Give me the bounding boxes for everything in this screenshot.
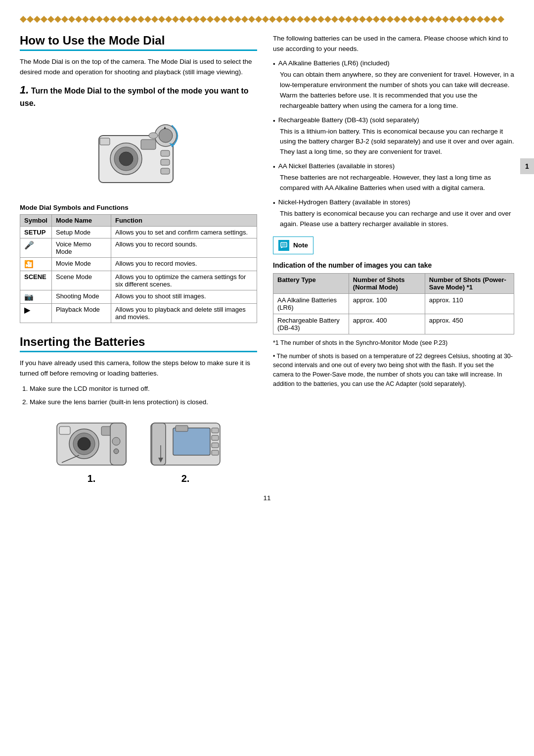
battery-header-text-2: Rechargeable Battery (DB-43) (sold separ…: [278, 116, 419, 124]
camera-photo-2: 2.: [146, 416, 225, 484]
table-symbol-cell: ▶: [20, 304, 52, 323]
svg-rect-34: [281, 242, 287, 247]
page-number: 11: [20, 494, 514, 502]
camera-photos-row: 1.: [20, 416, 257, 484]
camera-front-svg: [52, 416, 131, 470]
footnote-1: *1 The number of shots in the Synchro-Mo…: [273, 338, 514, 348]
battery-bullets: •AA Alkaline Batteries (LR6) (included)Y…: [273, 59, 514, 230]
indication-heading: Indication of the number of images you c…: [273, 261, 514, 269]
table-mode-cell: Playback Mode: [51, 304, 111, 323]
battery-header-4: •Nickel-Hydrogen Battery (available in s…: [273, 198, 514, 207]
shots-normal-cell: approx. 400: [349, 314, 425, 334]
battery-step-2: Make sure the lens barrier (built-in len…: [30, 397, 257, 408]
svg-rect-25: [173, 428, 210, 455]
footnote-2: • The number of shots is based on a temp…: [273, 352, 514, 389]
battery-steps-list: Make sure the LCD monitor is turned off.…: [30, 384, 257, 408]
camera-diagram: ▲: [20, 116, 257, 195]
svg-point-21: [112, 437, 120, 445]
table-symbol-cell: 📷: [20, 290, 52, 304]
table-header-function: Function: [111, 215, 257, 227]
side-tab: 1: [520, 158, 534, 174]
shots-normal-cell: approx. 100: [349, 293, 425, 314]
svg-point-17: [78, 437, 90, 450]
table-mode-cell: Scene Mode: [51, 271, 111, 290]
battery-body-3: These batteries are not rechargeable. Ho…: [280, 173, 514, 193]
svg-rect-9: [161, 168, 170, 174]
footnotes-area: *1 The number of shots in the Synchro-Mo…: [273, 338, 514, 389]
camera-label-1: 1.: [88, 473, 96, 484]
left-column: How to Use the Mode Dial The Mode Dial i…: [20, 34, 257, 484]
svg-rect-26: [176, 425, 188, 431]
mode-dial-intro: The Mode Dial is on the top of the camer…: [20, 57, 257, 78]
mode-dial-heading: How to Use the Mode Dial: [20, 34, 257, 51]
table-function-cell: Allows you to record sounds.: [111, 238, 257, 258]
table-mode-cell: Movie Mode: [51, 258, 111, 271]
batteries-intro: If you have already used this camera, fo…: [20, 358, 257, 379]
two-column-layout: How to Use the Mode Dial The Mode Dial i…: [20, 34, 514, 484]
battery-header-2: •Rechargeable Battery (DB-43) (sold sepa…: [273, 116, 514, 125]
table-mode-cell: Shooting Mode: [51, 290, 111, 304]
table-mode-cell: Setup Mode: [51, 227, 111, 238]
table-mode-cell: Voice Memo Mode: [51, 238, 111, 258]
camera-label-2: 2.: [181, 473, 190, 484]
battery-body-4: This battery is economical because you c…: [280, 209, 514, 230]
battery-type-cell: AA Alkaline Batteries (LR6): [273, 293, 349, 314]
table-function-cell: Allows you to record movies.: [111, 258, 257, 271]
table-function-cell: Allows you to optimize the camera settin…: [111, 271, 257, 290]
camera-photo-1: 1.: [52, 416, 131, 484]
svg-rect-28: [212, 435, 219, 440]
battery-body-2: This is a lithium-ion battery. This is e…: [280, 127, 514, 158]
battery-item-2: •Rechargeable Battery (DB-43) (sold sepa…: [273, 116, 514, 158]
battery-header-1: •AA Alkaline Batteries (LR6) (included): [273, 59, 514, 68]
mode-dial-table: Symbol Mode Name Function SETUPSetup Mod…: [20, 214, 257, 323]
svg-point-12: [149, 133, 158, 139]
page-container: 1 How to Use the Mode Dial The Mode Dial…: [0, 0, 534, 756]
svg-rect-31: [152, 423, 166, 465]
svg-rect-11: [100, 138, 110, 145]
table-function-cell: Allows you to playback and delete still …: [111, 304, 257, 323]
note-box: Note: [273, 236, 313, 254]
battery-header-text-1: AA Alkaline Batteries (LR6) (included): [278, 59, 390, 67]
camera-top-view-svg: ▲: [89, 121, 188, 190]
batteries-heading: Inserting the Batteries: [20, 335, 257, 352]
battery-header-3: •AA Nickel Batteries (available in store…: [273, 162, 514, 171]
table-header-mode: Mode Name: [51, 215, 111, 227]
svg-rect-7: [161, 150, 170, 156]
battery-header-text-4: Nickel-Hydrogen Battery (available in st…: [278, 198, 410, 206]
svg-point-22: [114, 449, 119, 454]
shots-power-cell: approx. 450: [425, 314, 514, 334]
svg-point-3: [119, 152, 133, 166]
battery-step-1: Make sure the LCD monitor is turned off.: [30, 384, 257, 394]
table-function-cell: Allows you to set and confirm camera set…: [111, 227, 257, 238]
table-function-cell: Allows you to shoot still images.: [111, 290, 257, 304]
svg-rect-10: [141, 140, 156, 149]
battery-item-3: •AA Nickel Batteries (available in store…: [273, 162, 514, 193]
svg-text:▲: ▲: [163, 126, 167, 129]
step1-heading: 1. Turn the Mode Dial to the symbol of t…: [20, 83, 257, 109]
right-column: The following batteries can be used in t…: [273, 34, 514, 484]
svg-rect-30: [212, 450, 219, 455]
battery-item-4: •Nickel-Hydrogen Battery (available in s…: [273, 198, 514, 230]
shots-power-cell: approx. 110: [425, 293, 514, 314]
battery-type-header: Battery Type: [273, 273, 349, 293]
step-number: 1.: [20, 84, 29, 96]
svg-rect-27: [212, 428, 219, 433]
note-icon: [278, 240, 289, 251]
svg-point-5: [159, 129, 173, 142]
table-symbol-cell: 🎤: [20, 238, 52, 258]
table-symbol-cell: SETUP: [20, 227, 52, 238]
battery-type-cell: Rechargeable Battery (DB-43): [273, 314, 349, 334]
table-header-symbol: Symbol: [20, 215, 52, 227]
battery-intro-text: The following batteries can be used in t…: [273, 34, 514, 54]
svg-rect-8: [161, 159, 170, 165]
battery-header-text-3: AA Nickel Batteries (available in stores…: [278, 162, 395, 170]
note-label: Note: [293, 241, 308, 249]
shots-normal-header: Number of Shots (Normal Mode): [349, 273, 425, 293]
svg-rect-18: [59, 426, 70, 434]
shots-power-header: Number of Shots (Power-Save Mode) *1: [425, 273, 514, 293]
table-symbol-cell: SCENE: [20, 271, 52, 290]
camera-back-svg: [146, 416, 225, 470]
table-symbol-cell: 🎦: [20, 258, 52, 271]
mode-dial-table-heading: Mode Dial Symbols and Functions: [20, 204, 257, 211]
step1-text: Turn the Mode Dial to the symbol of the …: [20, 87, 249, 107]
